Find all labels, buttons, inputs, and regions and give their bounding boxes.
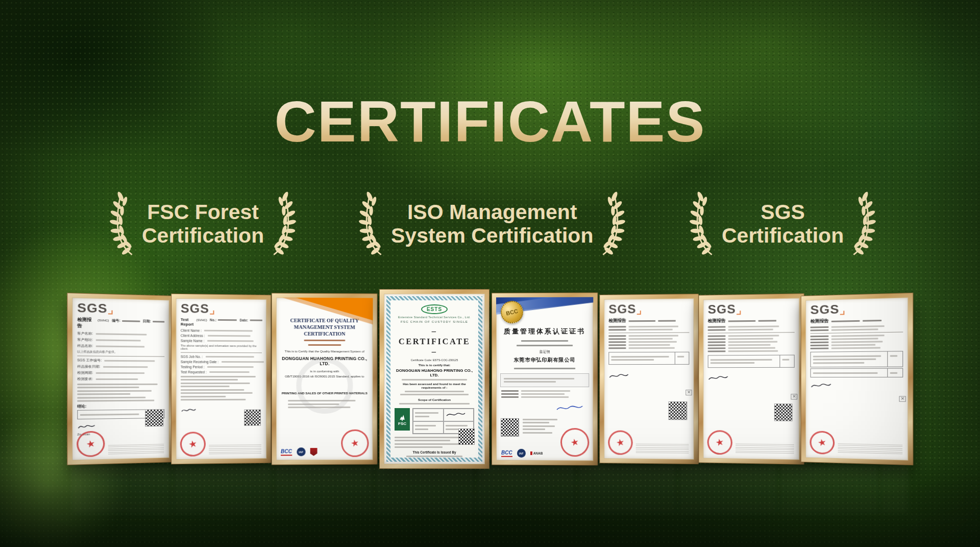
vignette [0,0,980,547]
